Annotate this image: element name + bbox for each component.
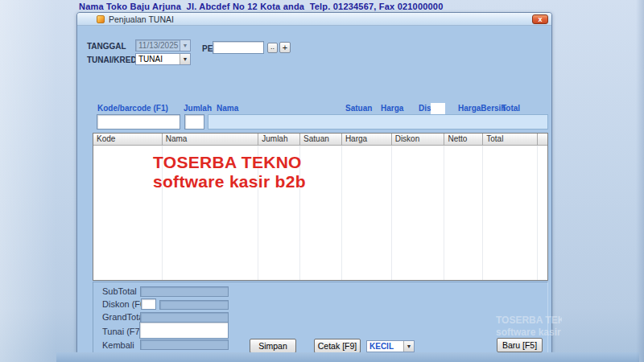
print-size-select[interactable]: KECIL ▼ (366, 340, 415, 352)
simpan-button[interactable]: Simpan [F8] (250, 339, 296, 353)
chevron-down-icon[interactable]: ▼ (180, 40, 190, 51)
pel-input[interactable] (213, 41, 264, 54)
kode-barcode-label: Kode/barcode (F1) (97, 104, 168, 113)
table-cell (483, 146, 538, 280)
baru-button[interactable]: Baru [F5] (497, 338, 543, 352)
window-icon (97, 15, 105, 23)
subtotal-label: SubTotal (102, 286, 137, 296)
harga-label: Harga (381, 104, 403, 113)
table-cell (342, 146, 392, 280)
col-header-harga[interactable]: Harga (342, 134, 392, 146)
watermark-line2: software kasir b2b (153, 172, 306, 191)
grandtotal-label: GrandTotal (102, 312, 146, 322)
toserba-watermark: TOSERBA TEKNO software kasir b2b (153, 153, 306, 191)
kode-barcode-input[interactable] (97, 114, 180, 130)
window-right-edge (636, 0, 644, 362)
penjualan-window: Penjualan TUNAI x TANGGAL 11/13/2025 ▼ T… (76, 12, 552, 352)
desktop-background: Nama Toko Baju Arjuna Jl. Abcdef No 12 K… (0, 0, 644, 362)
hargabersih-label: HargaBersih (458, 104, 506, 113)
watermark-line1: TOSERBA TEKNO (153, 153, 306, 172)
col-header-satuan[interactable]: Satuan (300, 134, 342, 146)
close-icon[interactable]: x (532, 14, 548, 24)
jumlah-label: Jumlah (184, 104, 212, 113)
table-cell (444, 146, 483, 280)
chevron-down-icon[interactable]: ▼ (180, 54, 190, 64)
col-header-kode[interactable]: Kode (93, 134, 163, 146)
col-header-diskon[interactable]: Diskon (392, 134, 445, 146)
disc-highlight-box (431, 103, 445, 115)
total-label: Total (502, 104, 520, 113)
tunai-kredit-select[interactable]: TUNAI ▼ (135, 53, 191, 65)
col-header-jumlah[interactable]: Jumlah (258, 134, 300, 146)
totals-panel: SubTotal Diskon (F6) GrandTotal Tunai (F… (93, 282, 548, 356)
window-titlebar[interactable]: Penjualan TUNAI x (77, 13, 551, 26)
print-size-value: KECIL (369, 342, 394, 351)
pel-lookup-button[interactable]: .. (267, 43, 278, 53)
table-cell (93, 146, 163, 280)
satuan-label: Satuan (345, 104, 372, 113)
subtotal-field (140, 286, 229, 297)
chevron-down-icon[interactable]: ▼ (403, 341, 414, 352)
col-header-netto[interactable]: Netto (444, 134, 483, 146)
diskon-input[interactable] (141, 298, 156, 310)
tanggal-label: TANGGAL (87, 42, 126, 51)
window-title: Penjualan TUNAI (109, 14, 174, 24)
table-cell (300, 146, 342, 280)
tanggal-date-picker[interactable]: 11/13/2025 ▼ (135, 39, 191, 51)
table-cell (538, 146, 547, 280)
col-header-filler (538, 134, 547, 146)
mdi-bottom-band (56, 352, 639, 362)
col-header-total[interactable]: Total (483, 134, 538, 146)
app-titlebar-text: Nama Toko Baju Arjuna Jl. Abcdef No 12 K… (79, 2, 444, 11)
kembali-field (140, 339, 229, 350)
diskon-display-field (159, 300, 229, 310)
table-cell (392, 146, 445, 280)
jumlah-input[interactable] (184, 114, 204, 130)
tunai-kredit-value: TUNAI (138, 55, 163, 64)
table-header-row: Kode Nama Jumlah Satuan Harga Diskon Net… (93, 134, 547, 146)
kembali-label: Kembali (102, 340, 134, 350)
tunai-label: Tunai (F7) (102, 327, 142, 336)
window-body: TANGGAL 11/13/2025 ▼ TUNAI/KREDIT TUNAI … (77, 26, 551, 352)
tunai-input[interactable] (139, 322, 229, 339)
pel-add-button[interactable]: + (279, 42, 291, 53)
cetak-button[interactable]: Cetak [F9] (314, 339, 361, 353)
nama-display-field (208, 114, 548, 130)
nama-label: Nama (217, 104, 238, 113)
col-header-nama[interactable]: Nama (163, 134, 259, 146)
tanggal-value: 11/13/2025 (138, 41, 178, 50)
